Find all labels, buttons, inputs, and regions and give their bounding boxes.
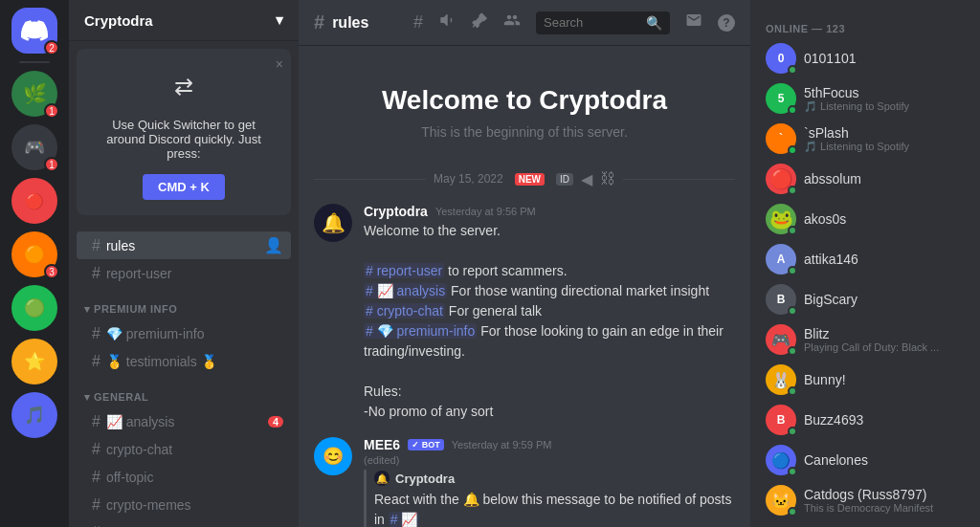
channel-item-crypto-memes[interactable]: # crypto-memes (77, 492, 291, 518)
channel-hash-icon: # (92, 469, 100, 486)
search-magnifier-icon: 🔍 (646, 15, 662, 31)
channel-header-name: rules (332, 14, 368, 32)
member-info-5thfocus: 5thFocus 🎵 Listening to Spotify (804, 85, 965, 113)
member-status-abssolum (788, 186, 797, 195)
mention-premium-info: # 💎 premium-info (364, 323, 477, 339)
member-avatar-buzz4693: B (766, 405, 796, 435)
new-badge: NEW (515, 173, 545, 186)
member-item-abssolum[interactable]: 🔴 abssolum (758, 159, 972, 199)
member-name-0101101: 0101101 (804, 51, 965, 66)
member-name-canelones: Canelones (804, 452, 965, 468)
member-status-0101101 (788, 65, 797, 75)
channel-item-analysis[interactable]: # 📈 analysis 4 (77, 408, 291, 435)
channel-item-crypto-chat[interactable]: # crypto-chat (77, 436, 291, 463)
server-icon-7[interactable]: 🎵 (11, 392, 57, 438)
member-name-5thfocus: 5thFocus (804, 85, 965, 100)
channel-header: # rules # 🔍 ? (299, 0, 750, 46)
server-icon-2[interactable]: 🎮 1 (11, 124, 57, 170)
channel-item-off-topic[interactable]: # off-topic (77, 464, 291, 491)
message-time-mee6: Yesterday at 9:59 PM (452, 439, 552, 450)
hashtag-icon[interactable]: # (413, 12, 423, 33)
server-icon-1[interactable]: 🌿 1 (11, 71, 57, 117)
search-bar[interactable]: 🔍 (536, 11, 670, 34)
server-sidebar: 2 🌿 1 🎮 1 🔴 🟠 3 🟢 ⭐ 🎵 (0, 0, 69, 527)
reply-date-icon[interactable]: ◀ (581, 170, 592, 188)
channel-item-rules[interactable]: # rules 👤 (77, 231, 291, 259)
member-status-buzz4693 (788, 427, 797, 436)
member-item-catdogs[interactable]: 🐱 Catdogs (Russ8797) This is Democracy M… (758, 480, 972, 520)
help-icon[interactable]: ? (718, 14, 735, 32)
member-avatar-bunny: 🐰 (766, 364, 796, 395)
member-avatar-attika146: A (766, 244, 796, 274)
bot-badge: ✓ BOT (408, 439, 444, 450)
member-info-canelones: Canelones (804, 452, 965, 468)
channel-item-premium-info[interactable]: # 💎 premium-info (77, 320, 291, 347)
pin-icon[interactable] (471, 11, 488, 33)
member-item-attika146[interactable]: A attika146 (758, 239, 972, 279)
message-body-mee6: MEE6 ✓ BOT Yesterday at 9:59 PM (edited)… (364, 437, 735, 527)
message-author-mee6: MEE6 (364, 437, 400, 452)
channel-hash-icon: # (92, 265, 100, 282)
server-header[interactable]: Cryptodra ▾ (69, 0, 299, 41)
member-item-akos0s[interactable]: 🐸 akos0s (758, 199, 972, 239)
welcome-subtitle: This is the beginning of this server. (314, 124, 735, 140)
channel-name-testimonials: 🥇 testimonials 🥇 (106, 354, 217, 369)
members-icon[interactable] (503, 11, 521, 33)
member-activity-catdogs: This is Democracy Manifest (804, 502, 965, 514)
member-avatar-canelones: 🔵 (766, 445, 796, 475)
member-name-blitz: Blitz (804, 326, 965, 341)
member-avatar-0101101: 0 (766, 43, 796, 74)
member-item-blitz[interactable]: 🎮 Blitz Playing Call of Duty: Black ... (758, 319, 972, 360)
member-item-bunny[interactable]: 🐰 Bunny! (758, 360, 972, 400)
server-icon-6[interactable]: ⭐ (11, 339, 57, 384)
qs-shortcut-button[interactable]: CMD + K (143, 174, 225, 200)
mute-icon[interactable] (438, 11, 456, 33)
message-time-cryptodra: Yesterday at 9:56 PM (435, 206, 536, 217)
qs-description: Use Quick Switcher to get around Discord… (92, 118, 276, 161)
member-info-attika146: attika146 (804, 252, 965, 267)
channel-hash-icon: # (92, 237, 100, 254)
member-item-0101101[interactable]: 0 0101101 (758, 38, 972, 78)
inbox-icon[interactable] (685, 11, 702, 33)
header-icons: # 🔍 ? (413, 11, 735, 34)
member-avatar-5thfocus: 5 (766, 83, 796, 114)
member-name-abssolum: abssolum (804, 171, 965, 187)
message-text-cryptodra: Welcome to the server. # report-user to … (364, 221, 735, 422)
message-group-cryptodra: 🔔 Cryptodra Yesterday at 9:56 PM Welcome… (314, 204, 735, 422)
channel-item-report-user[interactable]: # report-user (77, 260, 291, 287)
channel-item-testimonials[interactable]: # 🥇 testimonials 🥇 (77, 348, 291, 375)
member-item-bigscary[interactable]: B BigScary (758, 279, 972, 319)
member-info-abssolum: abssolum (804, 171, 965, 187)
member-status-attika146 (788, 266, 797, 275)
server-icon-4[interactable]: 🟠 3 (11, 231, 57, 277)
search-input[interactable] (544, 15, 646, 30)
member-info-0101101: 0101101 (804, 51, 965, 66)
badge-2: 1 (44, 157, 59, 172)
qs-close-button[interactable]: × (276, 56, 283, 72)
member-item-buzz4693[interactable]: B Buzz4693 (758, 400, 972, 440)
member-status-bigscary (788, 306, 797, 316)
discord-home-icon[interactable]: 2 (11, 8, 57, 54)
mee6-avatar: 😊 (314, 437, 352, 475)
member-item-splash[interactable]: ` `sPlash 🎵 Listening to Spotify (758, 119, 972, 159)
member-item-5thfocus[interactable]: 5 5thFocus 🎵 Listening to Spotify (758, 78, 972, 119)
member-status-bunny (788, 386, 797, 396)
mention-report-user: # report-user (364, 263, 444, 278)
member-avatar-catdogs: 🐱 (766, 485, 796, 516)
channel-item-social-media[interactable]: # social-media (77, 519, 291, 527)
link-date-icon[interactable]: ⛓ (600, 170, 615, 187)
member-avatar-abssolum: 🔴 (766, 164, 796, 194)
member-activity-splash: 🎵 Listening to Spotify (804, 141, 965, 153)
member-info-bigscary: BigScary (804, 292, 965, 307)
channel-hash-icon: # (92, 413, 100, 430)
channel-add-members-icon[interactable]: 👤 (264, 236, 283, 254)
member-info-catdogs: Catdogs (Russ8797) This is Democracy Man… (804, 487, 965, 514)
channel-hash-icon: # (92, 496, 100, 514)
channel-name-crypto-memes: crypto-memes (106, 497, 191, 513)
category-general: ▾ GENERAL (69, 376, 299, 407)
member-item-canelones[interactable]: 🔵 Canelones (758, 440, 972, 480)
server-icon-5[interactable]: 🟢 (11, 285, 57, 331)
date-divider: May 15, 2022 NEW ID ◀ ⛓ (314, 170, 735, 188)
quote-bar: 🔔 Cryptodra React with the 🔔 below this … (364, 470, 735, 527)
server-icon-3[interactable]: 🔴 (11, 178, 57, 224)
